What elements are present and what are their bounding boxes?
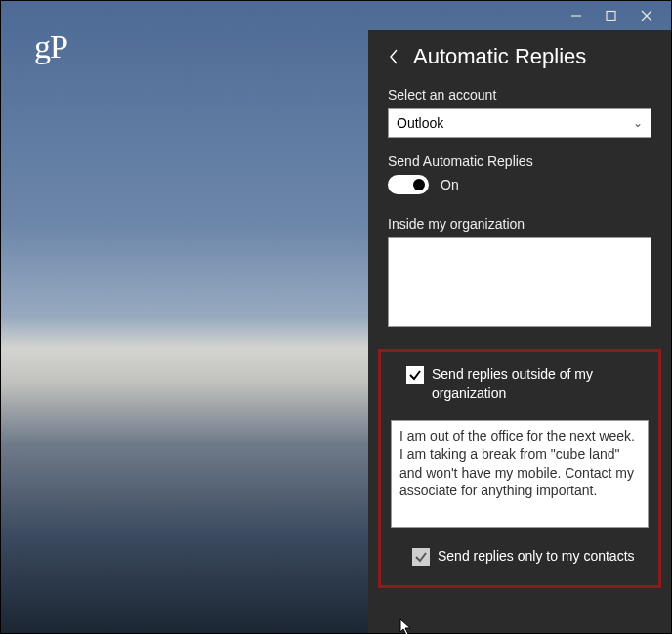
inside-org-label: Inside my organization bbox=[388, 216, 651, 232]
minimize-button[interactable] bbox=[569, 9, 583, 22]
account-select[interactable]: Outlook ⌄ bbox=[388, 108, 651, 138]
chevron-down-icon: ⌄ bbox=[633, 116, 643, 130]
send-replies-toggle-row: On bbox=[388, 175, 651, 194]
close-button[interactable] bbox=[640, 9, 653, 22]
back-button[interactable] bbox=[388, 46, 403, 67]
toggle-knob bbox=[413, 179, 425, 190]
automatic-replies-panel: Automatic Replies Select an account Outl… bbox=[368, 30, 671, 633]
contacts-only-checkbox[interactable] bbox=[412, 548, 430, 566]
titlebar bbox=[569, 1, 671, 30]
app-window: gP Automatic Replies Select an account O… bbox=[0, 0, 672, 634]
outside-org-checkbox[interactable] bbox=[406, 366, 424, 384]
contacts-only-checkbox-row: Send replies only to my contacts bbox=[391, 547, 649, 566]
outside-org-checkbox-label: Send replies outside of my organization bbox=[432, 365, 649, 402]
outside-org-section: Send replies outside of my organization … bbox=[378, 349, 661, 588]
contacts-only-checkbox-label: Send replies only to my contacts bbox=[438, 547, 635, 566]
toggle-state-label: On bbox=[441, 177, 459, 192]
send-replies-label: Send Automatic Replies bbox=[388, 153, 651, 169]
inside-org-textarea[interactable] bbox=[388, 237, 651, 327]
send-replies-toggle[interactable] bbox=[388, 175, 429, 194]
account-label: Select an account bbox=[388, 87, 651, 103]
panel-title: Automatic Replies bbox=[413, 44, 586, 69]
maximize-button[interactable] bbox=[605, 9, 618, 22]
svg-rect-1 bbox=[607, 12, 615, 21]
panel-header: Automatic Replies bbox=[388, 44, 651, 69]
outside-org-textarea[interactable] bbox=[391, 420, 649, 528]
outside-org-checkbox-row: Send replies outside of my organization bbox=[391, 365, 649, 402]
account-select-value: Outlook bbox=[397, 115, 443, 131]
brand-logo: gP bbox=[34, 28, 67, 65]
